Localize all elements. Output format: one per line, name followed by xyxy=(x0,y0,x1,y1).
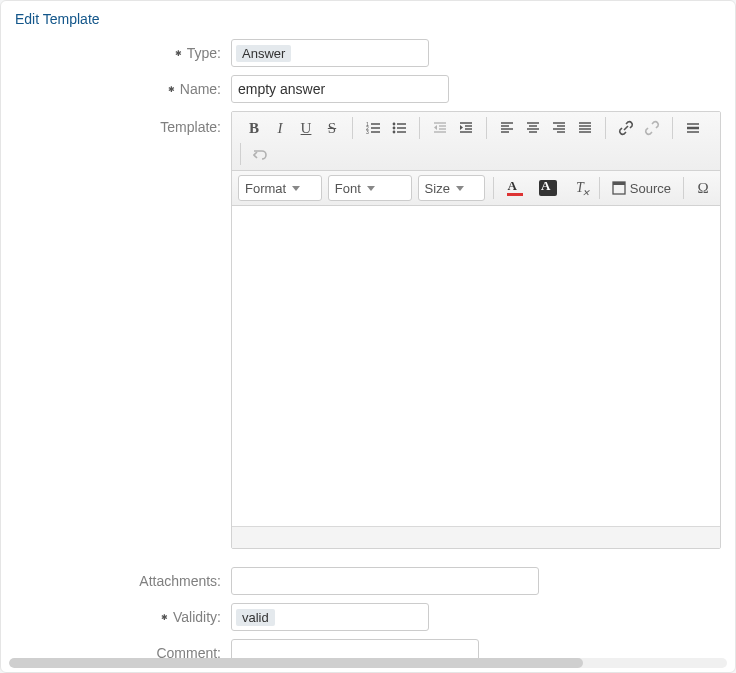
row-type: Type: Answer xyxy=(15,39,721,67)
indent-button[interactable] xyxy=(454,116,478,140)
name-input[interactable] xyxy=(231,75,449,103)
rich-text-editor: B I U S 123 xyxy=(231,111,721,549)
validity-select[interactable]: valid xyxy=(231,603,429,631)
link-button[interactable] xyxy=(614,116,638,140)
align-left-button[interactable] xyxy=(495,116,519,140)
label-validity: Validity: xyxy=(15,603,231,625)
text-color-button[interactable]: A xyxy=(502,176,530,200)
format-dropdown[interactable]: Format xyxy=(238,175,322,201)
chevron-down-icon xyxy=(456,186,464,191)
outdent-button[interactable] xyxy=(428,116,452,140)
editor-status-bar xyxy=(232,526,720,548)
chevron-down-icon xyxy=(367,186,375,191)
validity-chip: valid xyxy=(236,609,275,626)
row-name: Name: xyxy=(15,75,721,103)
edit-template-panel: Edit Template Type: Answer Name: Templat… xyxy=(0,0,736,673)
align-right-button[interactable] xyxy=(547,116,571,140)
panel-title: Edit Template xyxy=(1,1,735,31)
size-label: Size xyxy=(425,181,450,196)
svg-point-6 xyxy=(393,123,396,126)
label-attachments: Attachments: xyxy=(15,567,231,589)
source-button[interactable]: Source xyxy=(608,176,675,200)
remove-format-button[interactable]: T✕ xyxy=(569,176,591,200)
horizontal-scrollbar[interactable] xyxy=(9,658,727,668)
font-dropdown[interactable]: Font xyxy=(328,175,412,201)
row-validity: Validity: valid xyxy=(15,603,721,631)
chevron-down-icon xyxy=(292,186,300,191)
svg-text:3: 3 xyxy=(366,129,369,135)
numbered-list-button[interactable]: 123 xyxy=(361,116,385,140)
label-template: Template: xyxy=(15,111,231,135)
label-name: Name: xyxy=(15,75,231,97)
svg-point-7 xyxy=(393,127,396,130)
row-template: Template: B I U S 123 xyxy=(15,111,721,549)
align-center-button[interactable] xyxy=(521,116,545,140)
font-label: Font xyxy=(335,181,361,196)
svg-rect-40 xyxy=(613,182,625,185)
undo-button[interactable] xyxy=(249,142,273,166)
source-icon xyxy=(612,181,626,195)
underline-button[interactable]: U xyxy=(294,116,318,140)
strikethrough-button[interactable]: S xyxy=(320,116,344,140)
attachments-input[interactable] xyxy=(231,567,539,595)
italic-button[interactable]: I xyxy=(268,116,292,140)
svg-point-8 xyxy=(393,131,396,134)
row-attachments: Attachments: xyxy=(15,567,721,595)
source-label: Source xyxy=(630,181,671,196)
editor-toolbar-row1: B I U S 123 xyxy=(232,112,720,171)
bold-button[interactable]: B xyxy=(242,116,266,140)
horizontal-rule-button[interactable] xyxy=(681,116,705,140)
size-dropdown[interactable]: Size xyxy=(418,175,485,201)
format-label: Format xyxy=(245,181,286,196)
editor-toolbar-row2: Format Font Size A xyxy=(232,171,720,206)
type-select[interactable]: Answer xyxy=(231,39,429,67)
unlink-button[interactable] xyxy=(640,116,664,140)
type-chip: Answer xyxy=(236,45,291,62)
special-char-button[interactable]: Ω xyxy=(692,176,714,200)
form: Type: Answer Name: Template: xyxy=(1,31,735,673)
align-justify-button[interactable] xyxy=(573,116,597,140)
scrollbar-thumb[interactable] xyxy=(9,658,583,668)
label-type: Type: xyxy=(15,39,231,61)
editor-content-area[interactable] xyxy=(232,206,720,526)
background-color-button[interactable]: A xyxy=(535,176,563,200)
bullet-list-button[interactable] xyxy=(387,116,411,140)
